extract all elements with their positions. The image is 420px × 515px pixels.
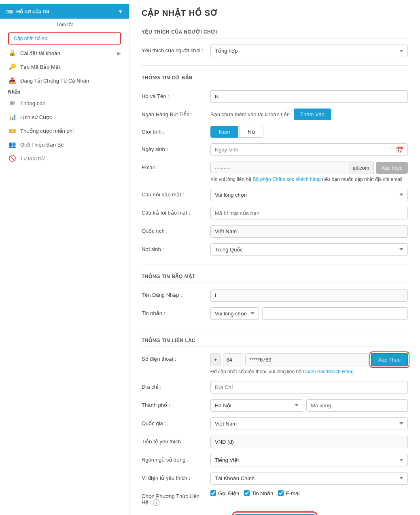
email-row: Email : ··········· ail.com Xác thực Xin… [142, 162, 408, 183]
vi-dien-tu-label: Ví điện tử yêu thích : [142, 472, 206, 481]
calendar-icon: 📅 [396, 146, 404, 153]
sidebar-item-thuong-cuoc[interactable]: 🎫 Thưởng cược miễn phí [0, 124, 129, 138]
contact-info-title: THÔNG TIN LIÊN LẠC [142, 334, 408, 347]
sidebar-item-lich-su-cuoc[interactable]: 📊 Lịch sử Cược [0, 110, 129, 124]
email-input-row: ··········· ail.com Xác thực [210, 162, 408, 174]
preferences-select[interactable]: Tổng hợp [210, 45, 408, 57]
key-icon: 🔑 [8, 63, 16, 70]
dia-chi-input[interactable] [210, 381, 408, 394]
thanh-pho-control: Hà Nội [210, 399, 408, 412]
sidebar-item-label: Lịch sử Cược [20, 114, 52, 120]
ngan-hang-label: Ngân Hàng Rút Tiền : [142, 109, 206, 117]
sidebar-item-cai-dat-tai-khoan[interactable]: 🔒 Cài đặt tài khoản ▶ [0, 46, 129, 60]
ho-va-ten-input[interactable] [210, 90, 408, 103]
preferences-section-title: YÊU THÍCH CỦA NGƯỜI CHƠI [142, 26, 408, 38]
ngay-sinh-input[interactable] [210, 143, 408, 156]
email-checkbox[interactable] [278, 490, 284, 496]
ban-icon: 🚫 [8, 155, 16, 162]
basic-info-section-title: THÔNG TIN CƠ BẢN [142, 72, 408, 84]
tin-nhan-label: Tin nhắn : [142, 307, 206, 316]
ten-dang-nhap-input [210, 289, 408, 302]
quoc-gia-control: Việt Nam [210, 417, 408, 430]
gioi-tinh-label: Giới tính : [142, 126, 206, 135]
cau-hoi-bao-mat-label: Câu hỏi bảo mật : [142, 189, 206, 198]
vi-dien-tu-select[interactable]: Tài Khoản Chính [210, 472, 408, 485]
phone-plus-sign: + [210, 353, 221, 366]
email-hint: Xin vui lòng liên hệ Bộ phận Chăm sóc kh… [210, 176, 408, 183]
cau-hoi-select[interactable]: Vui lòng chọn [210, 189, 408, 201]
city-row: Hà Nội [210, 399, 408, 412]
sidebar-item-gioi-thieu[interactable]: 👥 Giới Thiệu Bạn Bè [0, 138, 129, 151]
sidebar-item-label: Tạo Mã Bảo Mật [20, 64, 60, 70]
profile-icon: 🪪 [6, 8, 13, 15]
phuong-thuc-label: Chọn Phương Thức Liên Hệ : i [142, 490, 206, 506]
noi-sinh-row: Nơi sinh : Trung Quốc [142, 243, 408, 256]
quoc-gia-row: Quốc gia : Việt Nam [142, 417, 408, 430]
ma-vung-input[interactable] [306, 399, 408, 412]
city-inner-select-wrap: Hà Nội [210, 399, 303, 412]
divider-3 [142, 328, 408, 328]
tin-nhan-select[interactable]: Vui lòng chọn [210, 307, 259, 320]
quoc-tich-control [210, 225, 408, 238]
sidebar-summary[interactable]: Tóm tắt [0, 19, 129, 31]
divider-2 [142, 264, 408, 264]
tin-nhan-checkbox[interactable] [244, 490, 250, 496]
dia-chi-control [210, 381, 408, 394]
bank-info-text: Bạn chưa thêm vào tài khoản tiền [210, 111, 290, 117]
info-icon[interactable]: i [153, 499, 159, 506]
xac-thuc-email-button[interactable]: Xác thực [376, 162, 408, 174]
friends-icon: 👥 [8, 141, 16, 148]
noi-sinh-select[interactable]: Trung Quốc [210, 243, 408, 256]
email-hint-link[interactable]: Bộ phận Chăm sóc khách hàng [252, 177, 320, 182]
phone-hint-link[interactable]: Chăm Sóc Khách Hàng [303, 369, 353, 375]
sidebar-item-thong-bao[interactable]: ✉ Thông báo [0, 96, 129, 110]
noi-sinh-select-wrap: Trung Quốc [210, 243, 408, 256]
dia-chi-label: Địa chỉ : [142, 381, 206, 390]
tin-nhan-control: Vui lòng chọn [210, 307, 408, 320]
nu-button[interactable]: Nữ [239, 126, 263, 138]
phone-number-display: *****6789 [245, 353, 369, 366]
page-title: CẬP NHẬT HỒ SƠ [142, 8, 408, 18]
goi-dien-checkbox[interactable] [210, 490, 216, 496]
mail-icon: ✉ [8, 100, 16, 107]
cau-tra-loi-input[interactable] [210, 207, 408, 219]
nam-button[interactable]: Nam [210, 126, 238, 138]
gender-row: Nam Nữ [210, 126, 408, 138]
sidebar-item-label: Cài đặt tài khoản [20, 50, 60, 56]
preferences-select-wrap: Tổng hợp [210, 45, 408, 57]
basic-info-section: THÔNG TIN CƠ BẢN Họ và Tên : Ngân Hàng R… [142, 72, 408, 256]
ngon-ngu-select[interactable]: Tiếng Việt [210, 454, 408, 466]
them-vao-button[interactable]: Thêm Vào [294, 109, 331, 120]
sidebar-header[interactable]: 🪪 Hồ sơ của tôi ▼ [0, 4, 129, 19]
phone-hint: Để cập nhật số điện thoại, vui lòng liên… [210, 368, 408, 375]
tien-te-control [210, 436, 408, 448]
sidebar-header-arrow-icon: ▼ [118, 9, 123, 15]
sidebar-item-tao-ma-bao-mat[interactable]: 🔑 Tạo Mã Bảo Mật [0, 60, 129, 74]
goi-dien-label: Gọi Điện [218, 490, 239, 496]
vi-dien-tu-row: Ví điện tử yêu thích : Tài Khoản Chính [142, 472, 408, 485]
tin-nhan-row: Tin nhắn : Vui lòng chọn [142, 307, 408, 320]
sidebar-item-tu-loai-tru[interactable]: 🚫 Tự loại trừ [0, 151, 129, 165]
upload-icon: 📤 [8, 77, 16, 84]
goi-dien-checkbox-item: Gọi Điện [210, 490, 239, 496]
sidebar-item-label: Thông báo [20, 100, 45, 106]
phone-row: + 84 *****6789 Xác Thực [210, 353, 408, 366]
sidebar-item-dang-tai-chung-tu[interactable]: 📤 Đăng Tải Chứng Từ Cá Nhân [0, 74, 129, 87]
date-wrap: 📅 [210, 143, 408, 156]
tien-te-label: Tiền tệ yêu thích : [142, 436, 206, 445]
noi-sinh-control: Trung Quốc [210, 243, 408, 256]
ngay-sinh-control: 📅 [210, 143, 408, 156]
ticket-icon: 🎫 [8, 127, 16, 134]
ngan-hang-row: Ngân Hàng Rút Tiền : Bạn chưa thêm vào t… [142, 109, 408, 120]
sidebar-item-cap-nhat-ho-so[interactable]: Cập nhật hồ sơ [8, 32, 121, 45]
xac-thuc-phone-button[interactable]: Xác Thực [371, 353, 408, 366]
phuong-thuc-row: Chọn Phương Thức Liên Hệ : i Gọi Điện Ti… [142, 490, 408, 506]
noi-sinh-label: Nơi sinh : [142, 243, 206, 252]
ten-dang-nhap-label: Tên Đăng Nhập : [142, 289, 206, 298]
tin-nhan-text-input[interactable] [262, 307, 408, 320]
quoc-tich-label: Quốc tịch : [142, 225, 206, 234]
quoc-gia-select[interactable]: Việt Nam [210, 417, 408, 430]
sidebar-item-label: Giới Thiệu Bạn Bè [20, 142, 64, 148]
city-select[interactable]: Hà Nội [210, 399, 303, 412]
preferences-row: Yêu thích của người chơi : Tổng hợp [142, 45, 408, 57]
